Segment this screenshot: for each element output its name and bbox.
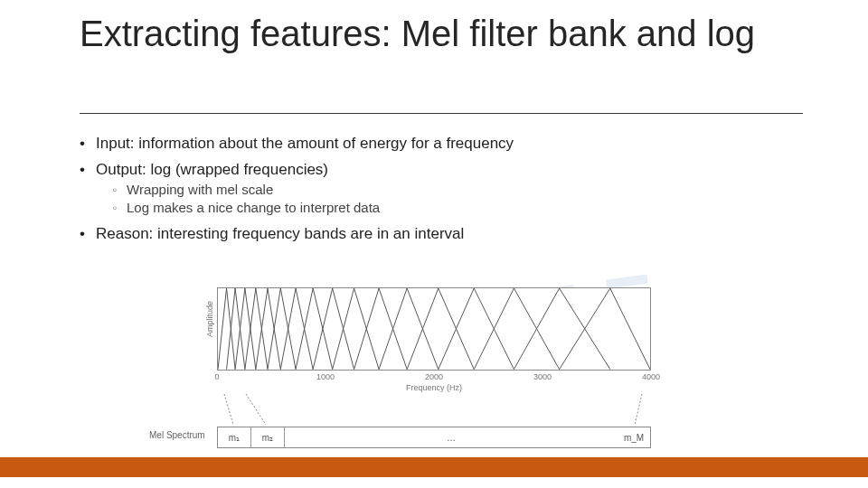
bullet-output: Output: log (wrapped frequencies) Wrappi… bbox=[80, 160, 803, 217]
subbullet-log: Log makes a nice change to interpret dat… bbox=[96, 200, 803, 217]
x-axis-label: Frequency (Hz) bbox=[406, 383, 462, 392]
subbullet-mel-scale: Wrapping with mel scale bbox=[96, 182, 803, 199]
y-axis-label: Amplitude bbox=[205, 301, 214, 337]
footer-accent-bar bbox=[0, 457, 868, 477]
mel-bin-M: m_M bbox=[618, 433, 650, 443]
xtick-3000: 3000 bbox=[533, 372, 552, 381]
svg-line-2 bbox=[635, 394, 642, 425]
filter-bank-plot bbox=[217, 287, 651, 371]
slide-title: Extracting features: Mel filter bank and… bbox=[80, 13, 803, 54]
bullet-output-text: Output: log (wrapped frequencies) bbox=[96, 161, 328, 178]
xtick-0: 0 bbox=[214, 372, 219, 381]
slide-body: Input: information about the amount of e… bbox=[80, 127, 803, 249]
svg-line-1 bbox=[246, 394, 266, 425]
x-axis: 0 1000 2000 3000 4000 Frequency (Hz) bbox=[217, 371, 651, 396]
xtick-4000: 4000 bbox=[642, 372, 660, 381]
title-underline bbox=[80, 113, 803, 114]
mel-bin-2: m₂ bbox=[251, 427, 285, 447]
svg-line-0 bbox=[224, 394, 233, 425]
mel-filter-figure: RAF Amplitude 0 1000 2000 3000 4000 Freq… bbox=[217, 287, 651, 448]
mel-spectrum-label: Mel Spectrum bbox=[149, 430, 205, 440]
lead-lines-svg bbox=[217, 394, 651, 425]
xtick-2000: 2000 bbox=[425, 372, 443, 381]
mel-spectrum-bar: Mel Spectrum m₁ m₂ … m_M bbox=[217, 427, 651, 448]
triangle-filters-svg bbox=[218, 288, 650, 370]
xtick-1000: 1000 bbox=[316, 372, 335, 381]
mel-bin-1: m₁ bbox=[218, 427, 251, 447]
mel-bin-ellipsis: … bbox=[285, 433, 618, 443]
bullet-reason: Reason: interesting frequency bands are … bbox=[80, 224, 803, 243]
bullet-input: Input: information about the amount of e… bbox=[80, 134, 803, 153]
